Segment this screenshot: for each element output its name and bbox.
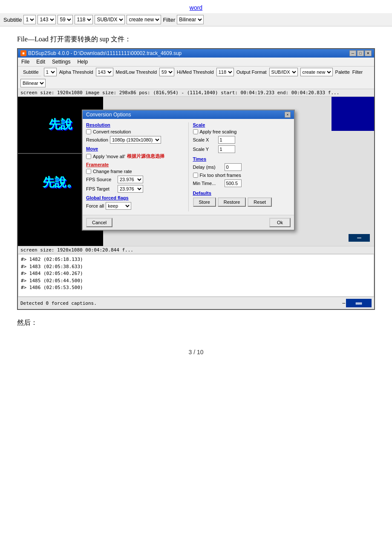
dialog-close-button[interactable]: ×	[285, 112, 291, 118]
restore-button[interactable]: Restore	[218, 197, 246, 207]
resolution-label: Resolution	[86, 137, 108, 142]
store-button[interactable]: Store	[193, 197, 216, 207]
resolution-value-row: Resolution 1080p (1920x1080)	[86, 136, 184, 144]
status-text-2: screen size: 1920x1080 00:04:20.844 f...	[20, 247, 133, 253]
times-section-title: Times	[193, 156, 291, 162]
convert-resolution-checkbox[interactable]	[86, 129, 91, 134]
title-bar: ■ BDSup2Sub 4.0.0 - D:\Downloads\1111111…	[18, 49, 374, 58]
min-time-row: Min Time...	[193, 179, 291, 187]
caption-item-1484: #> 1484 (02:05:40.267)	[21, 270, 371, 278]
footer-img: ▦▦▦	[346, 299, 372, 307]
defaults-section-title: Defaults	[193, 191, 291, 196]
scale-y-label: Scale Y	[193, 147, 216, 152]
app-filter-label: Filter	[352, 69, 363, 75]
apply-move-checkbox[interactable]	[86, 154, 91, 159]
dialog-title-bar: Conversion Options ×	[83, 110, 294, 119]
main-content: 先說 先說。 Conversion Options × Resolution	[18, 97, 374, 246]
force-all-select[interactable]: keep	[106, 202, 131, 210]
ok-button[interactable]: Ok	[269, 218, 291, 227]
resolution-select[interactable]: 1080p (1920x1080)	[110, 136, 161, 144]
resolution-section-title: Resolution	[86, 122, 184, 127]
fps-target-label: FPS Target	[86, 186, 116, 191]
app-alpha-select[interactable]: 143	[96, 68, 113, 76]
dialog-title: Conversion Options	[86, 112, 131, 118]
app-med-low-select[interactable]: 59	[159, 68, 174, 76]
app-med-low-label: Med/Low Threshold	[116, 69, 157, 75]
hi-med-threshold-select[interactable]: 118	[75, 15, 93, 24]
preview-text-bottom: 先說。	[43, 174, 78, 191]
menu-settings[interactable]: Settings	[50, 58, 72, 65]
caption-item-1485: #> 1485 (02:05:44.500)	[21, 278, 371, 285]
reset-button[interactable]: Reset	[248, 197, 272, 207]
menu-help[interactable]: Help	[75, 58, 89, 65]
menu-edit[interactable]: Edit	[35, 58, 47, 65]
dialog-action-buttons: Cancel Ok	[83, 215, 294, 230]
app-output-label: Output Format	[236, 69, 267, 75]
apply-free-scaling-row: Apply free scaling	[193, 129, 291, 134]
dialog-body: Resolution Convert resolution Resolution…	[83, 119, 294, 215]
minimize-button[interactable]: ─	[349, 50, 356, 56]
scale-x-input[interactable]	[218, 136, 235, 144]
fix-short-row: Fix too short frames	[193, 173, 291, 178]
footer-bar: Detected 0 forced captions. ─ ▦▦▦	[18, 297, 374, 309]
force-all-row: Force all keep	[86, 202, 184, 210]
fps-source-label: FPS Source	[86, 177, 116, 182]
menu-file[interactable]: File	[20, 58, 31, 65]
menu-bar: File Edit Settings Help	[18, 58, 374, 66]
subtitle-label: Subtitle	[3, 17, 22, 23]
close-button[interactable]: ✕	[365, 50, 372, 56]
apply-move-row: Apply 'move all' 根据片源信息选择	[86, 153, 184, 159]
conversion-dialog: Conversion Options × Resolution Convert …	[82, 110, 295, 231]
app-filter-select[interactable]: Bilinear	[20, 79, 46, 87]
app-create-select[interactable]: create new	[300, 68, 333, 76]
top-link[interactable]: word	[0, 0, 392, 13]
page-number: 3 / 10	[0, 336, 392, 368]
subtitle-select[interactable]: 1	[23, 15, 36, 24]
change-framerate-checkbox[interactable]	[86, 169, 91, 174]
app-palette-label: Palette	[335, 69, 350, 75]
highlight-text: 根据片源信息选择	[127, 153, 164, 159]
filter-select[interactable]: Bilinear	[177, 15, 204, 24]
maximize-button[interactable]: □	[357, 50, 364, 56]
convert-resolution-label: Convert resolution	[93, 129, 131, 134]
convert-resolution-row: Convert resolution	[86, 129, 184, 134]
scale-y-row: Scale Y	[193, 145, 291, 153]
caption-item-1483: #> 1483 (02:05:38.633)	[21, 263, 371, 271]
apply-move-label: Apply 'move all'	[93, 154, 125, 159]
doc-toolbar: Subtitle 1 143 59 118 SUB/IDX create new…	[0, 13, 392, 26]
app-hi-med-select[interactable]: 118	[216, 68, 234, 76]
defaults-buttons-row: Store Restore Reset	[193, 197, 291, 207]
fix-short-checkbox[interactable]	[193, 173, 198, 178]
change-framerate-row: Change frame rate	[86, 169, 184, 174]
footer-text: Detected 0 forced captions.	[20, 301, 97, 306]
output-format-select[interactable]: SUB/IDX	[95, 15, 125, 24]
app-subtitle-select[interactable]: 1	[44, 68, 57, 76]
alpha-threshold-select[interactable]: 143	[37, 15, 56, 24]
app-title: BDSup2Sub 4.0.0 - D:\Downloads\11111111\…	[28, 50, 182, 56]
fps-target-row: FPS Target 23.976	[86, 185, 184, 193]
global-flags-title: Global forced flags	[86, 195, 184, 200]
instruction-text: File—Load 打开需要转换的 sup 文件：	[0, 26, 392, 48]
scale-x-label: Scale X	[193, 137, 216, 142]
scale-y-input[interactable]	[218, 145, 235, 153]
delay-input[interactable]	[225, 163, 242, 171]
force-all-label: Force all	[86, 203, 104, 208]
app-output-select[interactable]: SUB/IDX	[269, 68, 298, 76]
framerate-section-title: Framerate	[86, 162, 184, 167]
app-icon: ■	[20, 50, 26, 56]
med-low-threshold-select[interactable]: 59	[58, 15, 73, 24]
then-section: 然后：	[0, 310, 392, 336]
dialog-right-column: Scale Apply free scaling Scale X Scale Y	[188, 122, 291, 211]
output-option-select[interactable]: create new	[127, 15, 161, 24]
delay-label: Delay (ms)	[193, 165, 223, 170]
scale-x-row: Scale X	[193, 136, 291, 144]
apply-free-scaling-checkbox[interactable]	[193, 129, 198, 134]
apply-free-scaling-label: Apply free scaling	[200, 129, 237, 134]
filter-label: Filter	[163, 17, 175, 23]
min-time-input[interactable]	[225, 179, 242, 187]
caption-item-1486: #> 1486 (02:05:53.500)	[21, 284, 371, 292]
fps-target-select[interactable]: 23.976	[118, 185, 143, 193]
cancel-button[interactable]: Cancel	[86, 218, 112, 227]
fps-source-select[interactable]: 23.976	[118, 176, 143, 183]
app-window: ■ BDSup2Sub 4.0.0 - D:\Downloads\1111111…	[17, 48, 375, 310]
